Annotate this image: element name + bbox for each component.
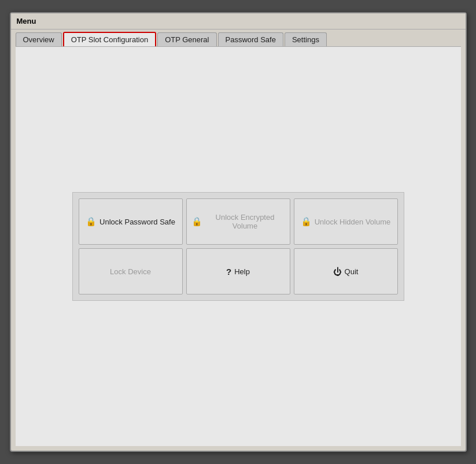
unlock-hidden-volume-button[interactable]: 🔒 Unlock Hidden Volume — [294, 198, 398, 245]
title-bar: Menu — [11, 13, 466, 30]
lock-device-button[interactable]: Lock Device — [79, 248, 183, 294]
lock-icon: 🔒 — [86, 216, 97, 227]
tab-otp-general[interactable]: OTP General — [157, 32, 216, 46]
button-grid-container: 🔒 Unlock Password Safe 🔒 Unlock Encrypte… — [72, 192, 404, 301]
quit-button[interactable]: ⏻ Quit — [294, 248, 398, 294]
tab-bar: Overview OTP Slot Configuration OTP Gene… — [11, 30, 466, 46]
unlock-password-safe-button[interactable]: 🔒 Unlock Password Safe — [79, 198, 183, 245]
tab-settings[interactable]: Settings — [285, 32, 327, 46]
tab-overview[interactable]: Overview — [16, 32, 62, 46]
window-title: Menu — [17, 17, 36, 25]
power-icon: ⏻ — [333, 267, 342, 277]
lock-icon-3: 🔒 — [301, 216, 312, 227]
tab-content: 🔒 Unlock Password Safe 🔒 Unlock Encrypte… — [16, 46, 461, 446]
tab-otp-slot[interactable]: OTP Slot Configuration — [63, 32, 156, 46]
tab-password-safe[interactable]: Password Safe — [218, 32, 283, 46]
unlock-encrypted-volume-button[interactable]: 🔒 Unlock Encrypted Volume — [186, 198, 290, 245]
help-button[interactable]: ? Help — [186, 248, 290, 294]
help-icon: ? — [226, 267, 231, 277]
lock-icon-2: 🔒 — [191, 216, 202, 227]
main-window: Menu Overview OTP Slot Configuration OTP… — [10, 12, 467, 452]
button-grid: 🔒 Unlock Password Safe 🔒 Unlock Encrypte… — [79, 198, 398, 294]
